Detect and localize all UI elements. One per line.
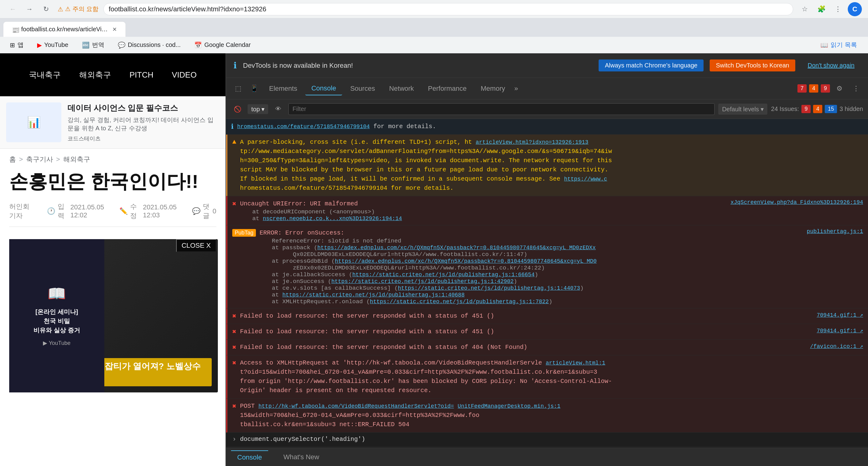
- top-frame-selector[interactable]: top ▾: [248, 104, 268, 114]
- bookmark-apps[interactable]: ⊞ 앱: [6, 39, 27, 51]
- log-link[interactable]: https://adex.ednplus.com/xc/h/QXmqfn5X/p…: [335, 258, 596, 264]
- warning-icon: ▲: [232, 138, 236, 146]
- error-icon: ✖: [232, 312, 236, 321]
- more-tabs-button[interactable]: »: [514, 85, 518, 93]
- article-image: 📖 [온라인 세미나] 천국 비밀 비유와 실상 증거 ▶ YouTube ❝ …: [9, 239, 218, 392]
- devtools-bottom-bar: Console What's New: [226, 447, 868, 466]
- apps-favicon: ⊞: [10, 41, 15, 49]
- breadcrumb-soccer-news[interactable]: 축구기사: [26, 155, 53, 164]
- bookmark-youtube[interactable]: ▶ YouTube: [33, 39, 72, 51]
- browser-tab[interactable]: 📰 footballist.co.kr/news/articleView... …: [3, 22, 126, 37]
- tab-sources[interactable]: Sources: [344, 82, 381, 95]
- log-link[interactable]: https://adex.ednplus.com/xc/h/QXmqfn5X/p…: [317, 245, 595, 251]
- nav-pitch[interactable]: PITCH: [129, 70, 153, 80]
- comments: 💬 댓글 0: [192, 202, 216, 221]
- dont-show-again-button[interactable]: Don't show again: [801, 60, 861, 71]
- nav-international-soccer[interactable]: 해외축구: [79, 70, 111, 80]
- warn-count-badge: 4: [809, 84, 818, 93]
- log-link[interactable]: articleView.html?idxno=132926:1913: [475, 139, 588, 145]
- log-link[interactable]: https://static.criteo.net/js/ld/publishe…: [282, 292, 465, 298]
- main-area: 국내축구 해외축구 PITCH VIDEO 📊 데이터 사이언스 입문 필수코스…: [0, 53, 868, 466]
- address-bar[interactable]: footballist.co.kr/news/articleView.html?…: [103, 3, 793, 15]
- devtools-subtoolbar: 🚫 top ▾ 👁 Default levels ▾ 24 Issues: 9 …: [226, 99, 868, 119]
- log-source-link[interactable]: UnitFeedManagerDesktop.min.js:1: [458, 403, 561, 409]
- ad-overlay: 📖 [온라인 세미나] 천국 비밀 비유와 실상 증거 ▶ YouTube: [9, 239, 104, 392]
- bottom-tab-whats-new[interactable]: What's New: [277, 451, 326, 464]
- reading-mode-button[interactable]: 📖 읽기 목록: [815, 39, 862, 51]
- bookmark-calendar[interactable]: 📅 Google Calendar: [190, 39, 254, 51]
- bookmark-discussions[interactable]: 💬 Discussions · cod...: [114, 39, 184, 51]
- eye-button[interactable]: 👁: [272, 103, 285, 115]
- inspect-element-button[interactable]: ⬚: [231, 81, 245, 96]
- bottom-tab-console[interactable]: Console: [231, 451, 268, 464]
- log-link[interactable]: https://static.criteo.net/js/ld/publishe…: [352, 272, 534, 278]
- breadcrumb-international[interactable]: 해외축구: [63, 155, 90, 164]
- discussions-favicon: 💬: [118, 41, 125, 49]
- site-nav: 국내축구 해외축구 PITCH VIDEO: [29, 70, 197, 80]
- log-source[interactable]: 709414.gif:1 ↗: [817, 327, 863, 334]
- site-header: 국내축구 해외축구 PITCH VIDEO: [0, 53, 225, 96]
- tab-memory[interactable]: Memory: [475, 82, 511, 95]
- bookmarks-bar: ⊞ 앱 ▶ YouTube 🔤 번역 💬 Discussions · cod..…: [0, 37, 868, 53]
- error-icon: ✖: [232, 328, 236, 336]
- youtube-logo: ▶ YouTube: [43, 340, 70, 346]
- log-link[interactable]: https://static.criteo.net/js/ld/publishe…: [398, 285, 580, 291]
- log-text: Failed to load resource: the server resp…: [240, 343, 806, 352]
- tab-performance[interactable]: Performance: [422, 82, 473, 95]
- default-levels-dropdown[interactable]: Default levels ▾: [718, 104, 767, 115]
- issues-info-badge: 15: [825, 105, 837, 113]
- forward-button[interactable]: →: [23, 2, 36, 16]
- log-link[interactable]: http://hk-wf.taboola.com/VideoBidRequest…: [258, 403, 454, 409]
- breadcrumb-home[interactable]: 홈: [9, 155, 16, 164]
- tab-console[interactable]: Console: [305, 82, 342, 95]
- switch-korean-button[interactable]: Switch DevTools to Korean: [710, 60, 795, 71]
- log-link[interactable]: articleView.html:1: [546, 360, 605, 366]
- ad-title: 데이터 사이언스 입문 필수코스: [67, 103, 219, 113]
- log-link[interactable]: https://static.criteo.net/js/ld/publishe…: [331, 278, 514, 285]
- article-title: 손흥민은 한국인이다!!: [9, 170, 216, 193]
- tab-close-button[interactable]: ✕: [112, 26, 117, 33]
- match-language-button[interactable]: Always match Chrome's language: [599, 60, 704, 71]
- ad-banner: 📊 데이터 사이언스 입문 필수코스 강의, 실무 경험, 커리어 코칭까지! …: [0, 96, 225, 149]
- nav-video[interactable]: VIDEO: [172, 70, 197, 80]
- log-link[interactable]: nscreen.neoebiz.co.k...xno%3D132926:194:…: [262, 215, 402, 222]
- toolbar-right: ☆ 🧩 ⋮ C: [798, 2, 862, 16]
- extensions-button[interactable]: 🧩: [815, 2, 828, 16]
- log-source[interactable]: xJqScreenView.php?da_Fidxno%3D132926:194: [731, 199, 863, 205]
- log-link[interactable]: https://www.c: [564, 176, 607, 182]
- device-toggle-button[interactable]: 📱: [247, 81, 261, 96]
- breadcrumb: 홈 > 축구기사 > 해외축구: [0, 149, 225, 170]
- input-date: 🕐 입력 2021.05.05 12:02: [47, 202, 110, 221]
- back-button[interactable]: ←: [6, 2, 20, 16]
- log-entry-command: › document.querySelector('.heading'): [226, 433, 868, 447]
- clear-console-button[interactable]: 🚫: [231, 103, 244, 115]
- log-indent: at je.onSuccess (https://static.criteo.n…: [259, 278, 863, 285]
- log-source[interactable]: 709414.gif:1 ↗: [817, 311, 863, 318]
- bookmark-translate[interactable]: 🔤 번역: [78, 39, 108, 51]
- log-text: hromestatus.com/feature/5718547946799104…: [237, 122, 863, 131]
- close-button[interactable]: CLOSE X: [176, 239, 216, 252]
- ad-text: 데이터 사이언스 입문 필수코스 강의, 실무 경험, 커리어 코칭까지! 데이…: [67, 103, 219, 142]
- log-text: Failed to load resource: the server resp…: [240, 327, 813, 336]
- comment-icon: 💬: [192, 207, 200, 215]
- log-indent: at XMLHttpRequest.r.onload (https://stat…: [259, 298, 863, 305]
- log-entry: ℹ hromestatus.com/feature/57185479467991…: [226, 119, 868, 135]
- log-source[interactable]: /favicon.ico:1 ↗: [810, 343, 863, 350]
- website-content: 국내축구 해외축구 PITCH VIDEO 📊 데이터 사이언스 입문 필수코스…: [0, 53, 225, 466]
- tab-elements[interactable]: Elements: [263, 82, 304, 95]
- log-link[interactable]: hromestatus.com/feature/5718547946799104: [237, 124, 370, 130]
- devtools-more-button[interactable]: ⋮: [849, 81, 863, 96]
- bookmark-star-button[interactable]: ☆: [798, 2, 811, 16]
- console-filter-input[interactable]: [288, 103, 715, 115]
- console-log[interactable]: ℹ hromestatus.com/feature/57185479467991…: [226, 119, 868, 447]
- tab-network[interactable]: Network: [383, 82, 420, 95]
- log-link[interactable]: https://static.criteo.net/js/ld/publishe…: [370, 299, 549, 305]
- title-bar: ← → ↻ ⚠ ⚠ 주의 요함 footballist.co.kr/news/a…: [0, 0, 868, 19]
- ad-source: 코드스테이츠: [67, 135, 219, 142]
- nav-domestic-soccer[interactable]: 국내축구: [29, 70, 61, 80]
- log-source[interactable]: publishertag.js:1: [807, 228, 863, 235]
- refresh-button[interactable]: ↻: [39, 2, 53, 16]
- avatar[interactable]: C: [848, 2, 862, 16]
- devtools-settings-button[interactable]: ⚙: [832, 81, 846, 96]
- more-tools-button[interactable]: ⋮: [831, 2, 845, 16]
